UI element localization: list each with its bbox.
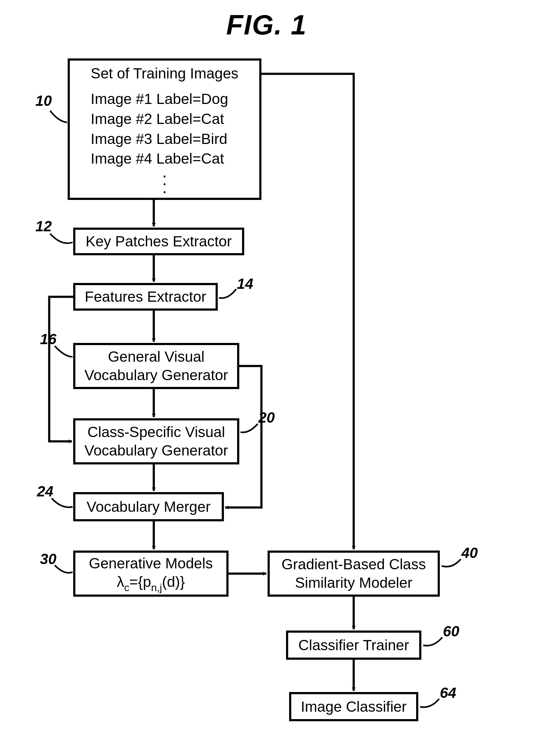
ref-16: 16 <box>40 331 56 348</box>
ref-14: 14 <box>237 275 253 292</box>
ellipsis-icon: ··· <box>91 171 238 195</box>
training-line-1: Image #1 Label=Dog <box>91 89 238 109</box>
img-clf-label: Image Classifier <box>301 698 407 716</box>
box-class-specific-vocabulary-generator: Class-Specific Visual Vocabulary Generat… <box>73 418 239 464</box>
box-vocabulary-merger: Vocabulary Merger <box>73 492 224 521</box>
key-patches-label: Key Patches Extractor <box>86 232 232 251</box>
box-general-vocabulary-generator: General Visual Vocabulary Generator <box>73 343 239 389</box>
box-key-patches-extractor: Key Patches Extractor <box>73 228 244 255</box>
gen-vocab-line2: Vocabulary Generator <box>85 366 228 385</box>
ref-12: 12 <box>35 218 52 235</box>
grad-line2: Similarity Modeler <box>295 574 412 592</box>
box-classifier-trainer: Classifier Trainer <box>286 631 421 660</box>
box-features-extractor: Features Extractor <box>73 283 218 310</box>
ref-60: 60 <box>443 623 459 640</box>
figure-canvas: FIG. 1 Set of Training Images Image #1 L… <box>0 0 533 756</box>
training-line-3: Image #3 Label=Bird <box>91 129 238 149</box>
ref-30: 30 <box>40 551 56 567</box>
training-line-2: Image #2 Label=Cat <box>91 109 238 129</box>
ref-24: 24 <box>37 483 53 500</box>
box-gradient-similarity-modeler: Gradient-Based Class Similarity Modeler <box>268 551 440 597</box>
ref-20: 20 <box>258 409 275 426</box>
gen-models-line2: λc={pn,j(d)} <box>117 573 185 593</box>
clf-trainer-label: Classifier Trainer <box>298 636 409 655</box>
ref-40: 40 <box>461 544 478 561</box>
cls-vocab-line1: Class-Specific Visual <box>87 423 225 441</box>
box-training-images: Set of Training Images Image #1 Label=Do… <box>68 58 261 200</box>
box-image-classifier: Image Classifier <box>289 692 418 721</box>
ref-64: 64 <box>440 684 456 701</box>
cls-vocab-line2: Vocabulary Generator <box>85 441 228 460</box>
training-images-content: Set of Training Images Image #1 Label=Do… <box>82 58 247 201</box>
gen-models-line1: Generative Models <box>89 554 213 573</box>
figure-title: FIG. 1 <box>0 9 533 41</box>
features-label: Features Extractor <box>85 287 206 306</box>
training-heading: Set of Training Images <box>91 64 238 84</box>
gen-vocab-line1: General Visual <box>108 348 204 366</box>
grad-line1: Gradient-Based Class <box>281 555 426 574</box>
vocab-merger-label: Vocabulary Merger <box>87 498 211 516</box>
ref-10: 10 <box>35 92 52 109</box>
box-generative-models: Generative Models λc={pn,j(d)} <box>73 551 228 597</box>
